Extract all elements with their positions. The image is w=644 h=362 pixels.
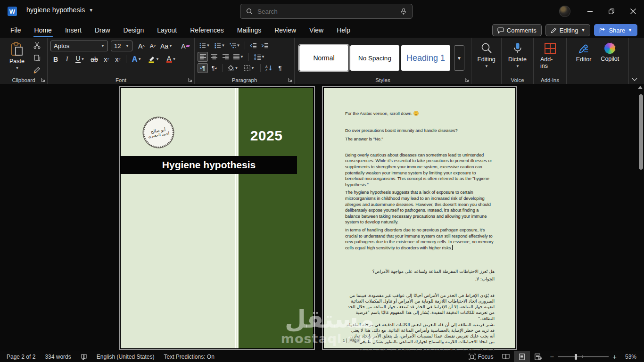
zoom-out-button[interactable]: − — [550, 353, 554, 361]
document-page-2[interactable]: For the Arabic version, scroll down. Do … — [322, 86, 517, 350]
superscript-button[interactable]: x2 — [113, 54, 123, 64]
justify-button[interactable]: ▼ — [231, 52, 246, 62]
web-layout-icon — [535, 354, 542, 360]
microphone-icon[interactable] — [401, 8, 406, 15]
web-layout-button[interactable] — [530, 351, 546, 362]
intro-line: For the Arabic version, scroll down. — [345, 111, 495, 117]
tab-help[interactable]: Help — [330, 23, 357, 38]
font-name-combo[interactable]: Aptos ▼ — [50, 41, 108, 51]
comments-button[interactable]: Comments — [492, 24, 542, 36]
document-title[interactable]: hygiene hypothesis ▼ — [26, 6, 93, 14]
document-page-1[interactable]: أبو صالح أحمد الجعبري 2025 Hygiene hypot… — [119, 86, 315, 350]
line-spacing-button[interactable]: ▼ — [252, 52, 267, 62]
arabic-question: هل تُعزز الاحتياطات المفرطة المناعة وتُس… — [345, 269, 495, 274]
print-layout-button[interactable] — [514, 351, 530, 362]
copy-button[interactable] — [32, 53, 42, 63]
collapse-ribbon-chevron[interactable] — [632, 78, 637, 81]
tab-references[interactable]: References — [183, 23, 231, 38]
read-mode-button[interactable] — [498, 351, 514, 362]
bold-button[interactable]: B — [50, 54, 61, 64]
grow-font-glyph: A — [138, 42, 142, 50]
tab-draw[interactable]: Draw — [88, 23, 117, 38]
underline-button[interactable]: U▼ — [73, 54, 87, 64]
search-input[interactable] — [257, 8, 396, 15]
font-dialog-launcher[interactable] — [187, 77, 193, 82]
borders-button[interactable]: ▼ — [241, 63, 257, 73]
show-formatting-marks-button[interactable]: ¶ — [275, 63, 285, 73]
clear-formatting-button[interactable]: A — [180, 41, 190, 51]
proofing-status[interactable] — [76, 351, 92, 362]
multilevel-list-button[interactable]: ▼ — [228, 41, 242, 50]
focus-mode-button[interactable]: Focus — [464, 351, 498, 362]
cut-button[interactable] — [32, 41, 42, 50]
user-avatar[interactable] — [559, 6, 570, 17]
strikethrough-button[interactable]: ab — [88, 54, 100, 64]
word-count[interactable]: 334 words — [40, 351, 75, 362]
tab-home[interactable]: Home — [28, 23, 58, 38]
zoom-slider[interactable] — [558, 356, 609, 357]
change-case-button[interactable]: Aa▼ — [159, 41, 174, 51]
share-button[interactable]: Share ▼ — [594, 24, 637, 36]
style-normal[interactable]: Normal — [299, 45, 348, 71]
language-indicator[interactable]: English (United States) — [92, 351, 159, 362]
word-app-icon[interactable]: W — [8, 7, 17, 16]
format-painter-button[interactable] — [32, 66, 42, 75]
left-to-right-button[interactable]: ▸¶ — [198, 63, 208, 73]
clipboard-dialog-launcher[interactable] — [40, 77, 46, 82]
addins-button[interactable]: Add-ins — [537, 41, 563, 75]
chevron-down-icon: ▼ — [240, 55, 244, 59]
close-button[interactable] — [622, 0, 644, 23]
restore-button[interactable] — [601, 0, 622, 23]
document-canvas[interactable]: أبو صالح أحمد الجعبري 2025 Hygiene hypot… — [0, 84, 644, 351]
minimize-button[interactable] — [579, 0, 601, 23]
tab-view[interactable]: View — [303, 23, 330, 38]
font-color-button[interactable]: A▼ — [163, 54, 179, 64]
tab-layout[interactable]: Layout — [150, 23, 183, 38]
style-no-spacing[interactable]: No Spacing — [350, 45, 399, 71]
zoom-percentage[interactable]: 53% — [620, 351, 644, 362]
find-magnifier-icon — [481, 42, 492, 55]
shrink-font-button[interactable]: A˅ — [148, 41, 158, 51]
shading-button[interactable]: ▼ — [225, 63, 240, 73]
paragraph-dialog-launcher[interactable] — [287, 77, 293, 82]
scrollbar-up-arrow[interactable] — [638, 86, 643, 89]
style-heading-1[interactable]: Heading 1 — [401, 45, 450, 71]
vertical-scrollbar-thumb[interactable] — [639, 94, 643, 170]
search-bar[interactable] — [240, 4, 413, 19]
italic-button[interactable]: I — [62, 54, 72, 64]
zoom-in-button[interactable]: + — [612, 353, 617, 361]
numbering-button[interactable]: ▼ — [213, 41, 227, 50]
tab-design[interactable]: Design — [117, 23, 151, 38]
text-effects-button[interactable]: A▼ — [129, 54, 144, 64]
grow-font-button[interactable]: A˄ — [136, 41, 147, 51]
increase-indent-button[interactable] — [259, 41, 270, 50]
right-to-left-button[interactable]: ¶◂ — [209, 63, 219, 73]
editing-group: Editing ▼ — [471, 38, 501, 84]
text-predictions-indicator[interactable]: Text Predictions: On — [159, 351, 219, 362]
tab-mailings[interactable]: Mailings — [231, 23, 268, 38]
align-left-button[interactable] — [198, 52, 208, 62]
sort-button[interactable]: AZ — [264, 63, 274, 73]
focus-icon — [469, 354, 476, 360]
tab-insert[interactable]: Insert — [58, 23, 88, 38]
page-indicator[interactable]: Page 2 of 2 — [0, 351, 40, 362]
decrease-indent-button[interactable] — [248, 41, 258, 50]
tab-review[interactable]: Review — [268, 23, 303, 38]
align-right-button[interactable] — [220, 52, 231, 62]
bullets-button[interactable]: ▼ — [198, 41, 212, 50]
tab-file[interactable]: File — [4, 23, 28, 38]
font-size-combo[interactable]: 12 ▼ — [111, 41, 132, 51]
styles-dialog-launcher[interactable] — [464, 77, 470, 82]
paste-button[interactable]: Paste ▼ — [6, 41, 28, 75]
subscript-button[interactable]: x2 — [101, 54, 112, 64]
zoom-slider-thumb[interactable] — [575, 354, 577, 360]
paragraph-3-text: In terms of handling disorders due to no… — [345, 228, 494, 250]
dictate-button[interactable]: Dictate ▼ — [504, 41, 530, 75]
copilot-button[interactable]: Copilot — [597, 41, 623, 75]
editing-mode-button[interactable]: Editing ▼ — [545, 24, 591, 36]
align-center-button[interactable] — [209, 52, 219, 62]
editor-button[interactable]: Editor — [572, 41, 595, 75]
styles-more-button[interactable]: ▼ — [454, 45, 464, 71]
editing-button[interactable]: Editing ▼ — [473, 41, 499, 75]
highlight-color-button[interactable]: ▼ — [145, 54, 162, 64]
